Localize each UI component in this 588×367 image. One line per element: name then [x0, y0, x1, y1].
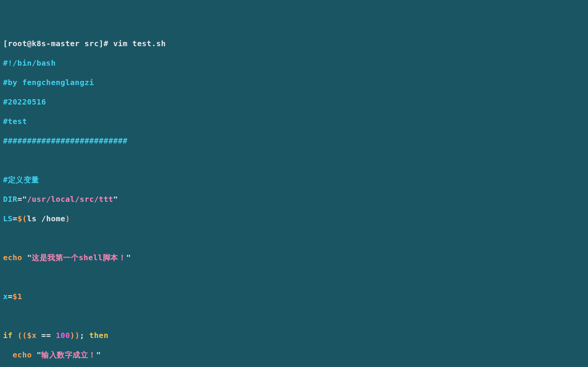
operator: =	[18, 195, 23, 204]
variable-name: DIR	[3, 195, 18, 204]
comment: #by fengchenglangzi	[3, 78, 94, 87]
string: 这是我第一个shell脚本！	[32, 253, 126, 262]
code-line: echo "输入数字成立！"	[3, 350, 585, 360]
shell-prompt: [root@k8s-master src]# vim test.sh	[3, 39, 166, 48]
code-line: #test	[3, 117, 585, 127]
variable: $1	[13, 292, 22, 301]
paren: ((	[18, 331, 27, 340]
command: echo	[3, 253, 27, 262]
string: 输入数字成立！	[41, 350, 96, 359]
quote: "	[27, 253, 32, 262]
code-line: if (($x == 100)); then	[3, 331, 585, 341]
keyword: if	[3, 331, 18, 340]
empty-line	[3, 272, 585, 282]
paren: $(	[18, 214, 27, 223]
quote: "	[126, 253, 131, 262]
code-line: x=$1	[3, 292, 585, 302]
prompt-line: [root@k8s-master src]# vim test.sh	[3, 39, 585, 49]
empty-line	[3, 156, 585, 166]
variable: $x	[27, 331, 37, 340]
code-line: ##########################	[3, 136, 585, 146]
command: echo	[3, 350, 37, 359]
variable-name: LS	[3, 214, 13, 223]
quote: "	[22, 195, 27, 204]
comment: #定义变量	[3, 175, 39, 184]
keyword: then	[84, 331, 108, 340]
operator: =	[13, 214, 18, 223]
comment: ##########################	[3, 136, 128, 145]
string: /usr/local/src/ttt	[27, 195, 113, 204]
code-line: LS=$(ls /home)	[3, 214, 585, 224]
operator: =	[8, 292, 13, 301]
paren: ))	[70, 331, 80, 340]
operator: ==	[37, 331, 56, 340]
comment: #20220516	[3, 97, 46, 106]
quote: "	[37, 350, 42, 359]
quote: "	[96, 350, 101, 359]
command: ls /home	[27, 214, 65, 223]
shebang: #!/bin/bash	[3, 58, 56, 68]
code-line: echo "这是我第一个shell脚本！"	[3, 253, 585, 263]
empty-line	[3, 233, 585, 243]
comment: #test	[3, 117, 27, 126]
semicolon: ;	[80, 331, 85, 340]
code-line: #!/bin/bash	[3, 58, 585, 68]
quote: "	[113, 195, 118, 204]
code-line: #20220516	[3, 97, 585, 107]
empty-line	[3, 311, 585, 321]
code-line: #by fengchenglangzi	[3, 78, 585, 88]
variable-name: x	[3, 292, 8, 301]
number: 100	[56, 331, 70, 340]
code-line: #定义变量	[3, 175, 585, 185]
code-line: DIR="/usr/local/src/ttt"	[3, 195, 585, 204]
paren: )	[65, 214, 70, 223]
